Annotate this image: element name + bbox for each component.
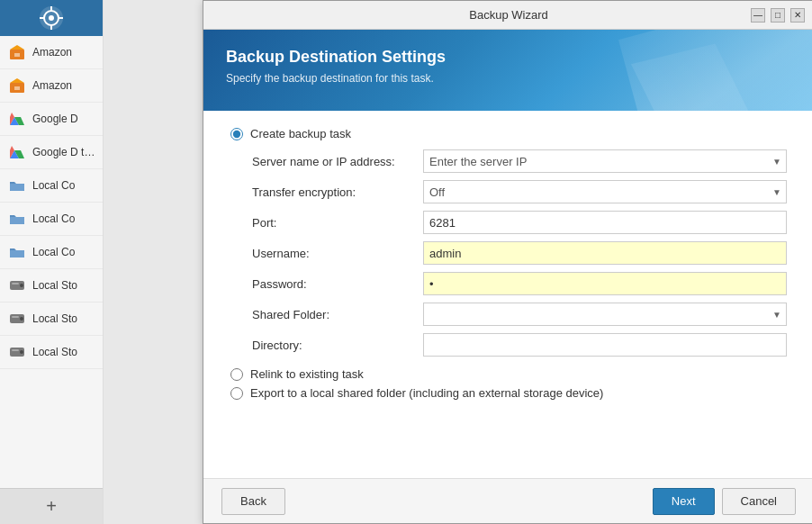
directory-input[interactable] bbox=[423, 333, 787, 357]
radio-relink[interactable]: Relink to existing task bbox=[230, 367, 787, 381]
modal-footer: Back Next Cancel bbox=[203, 478, 812, 523]
svg-rect-27 bbox=[12, 316, 19, 318]
svg-rect-12 bbox=[14, 86, 20, 90]
svg-marker-11 bbox=[10, 78, 24, 83]
svg-rect-22 bbox=[10, 250, 24, 257]
modal-header-band: Backup Destination Settings Specify the … bbox=[203, 30, 812, 111]
form-grid: Server name or IP address: Enter the ser… bbox=[252, 149, 787, 357]
modal-body: Create backup task Server name or IP add… bbox=[203, 111, 812, 478]
svg-rect-21 bbox=[10, 217, 24, 224]
svg-point-25 bbox=[20, 284, 23, 287]
svg-point-2 bbox=[49, 15, 54, 21]
username-input[interactable] bbox=[423, 241, 787, 265]
footer-left: Back bbox=[221, 488, 285, 515]
radio-relink-input[interactable] bbox=[230, 368, 243, 381]
sidebar-item-amazon2[interactable]: Amazon bbox=[0, 69, 103, 103]
port-label: Port: bbox=[252, 211, 414, 234]
transfer-encryption-select[interactable]: Off AES-128 AES-256 bbox=[423, 180, 787, 203]
radio-export[interactable]: Export to a local shared folder (includi… bbox=[230, 386, 787, 400]
sidebar-item-localsto3-label: Local Sto bbox=[32, 346, 77, 358]
password-wrap bbox=[423, 272, 787, 295]
sidebar-item-amazon1-label: Amazon bbox=[32, 46, 72, 59]
svg-rect-9 bbox=[14, 53, 20, 57]
hdd-icon bbox=[7, 342, 27, 362]
username-wrap bbox=[423, 241, 787, 265]
close-button[interactable]: ✕ bbox=[790, 8, 805, 23]
drive-icon bbox=[7, 142, 27, 162]
modal-header-subtitle: Specify the backup destination for this … bbox=[226, 72, 791, 85]
server-name-select[interactable]: Enter the server IP bbox=[423, 149, 787, 173]
transfer-encryption-select-wrap: Off AES-128 AES-256 ▼ bbox=[423, 180, 787, 203]
folder-icon bbox=[7, 209, 27, 229]
sidebar-item-localco3-label: Local Co bbox=[32, 246, 75, 258]
port-input[interactable] bbox=[423, 211, 787, 234]
sidebar-item-localco2-label: Local Co bbox=[32, 212, 75, 225]
radio-relink-label: Relink to existing task bbox=[250, 367, 364, 381]
radio-export-label: Export to a local shared folder (includi… bbox=[250, 386, 603, 400]
sidebar-item-localco1[interactable]: Local Co bbox=[0, 169, 103, 203]
radio-section: Create backup task Server name or IP add… bbox=[230, 127, 787, 357]
password-label: Password: bbox=[252, 272, 414, 295]
svg-point-31 bbox=[20, 350, 23, 354]
sidebar-item-google1-label: Google D bbox=[32, 113, 78, 125]
shared-folder-label: Shared Folder: bbox=[252, 303, 414, 326]
plus-icon: + bbox=[46, 496, 57, 517]
modal-header-title: Backup Destination Settings bbox=[226, 48, 791, 67]
box-icon bbox=[7, 42, 27, 62]
password-input[interactable] bbox=[423, 272, 787, 295]
transfer-encryption-label: Transfer encryption: bbox=[252, 180, 414, 203]
sidebar-header bbox=[0, 0, 103, 36]
username-label: Username: bbox=[252, 241, 414, 265]
modal-title: Backup Wizard bbox=[266, 8, 751, 22]
server-name-label: Server name or IP address: bbox=[252, 149, 414, 173]
drive-icon bbox=[7, 109, 27, 129]
svg-rect-20 bbox=[10, 184, 24, 191]
modal-titlebar: Backup Wizard — □ ✕ bbox=[203, 1, 812, 30]
sidebar-item-google1[interactable]: Google D bbox=[0, 103, 103, 136]
sidebar-item-amazon2-label: Amazon bbox=[32, 79, 72, 92]
radio-create-task-label: Create backup task bbox=[250, 127, 351, 140]
box-icon bbox=[7, 76, 27, 95]
svg-rect-24 bbox=[12, 283, 19, 285]
sidebar-item-localsto3[interactable]: Local Sto bbox=[0, 336, 103, 369]
hdd-icon bbox=[7, 276, 27, 295]
shared-folder-wrap: ▼ bbox=[423, 303, 787, 326]
server-name-select-wrap: Enter the server IP ▼ bbox=[423, 149, 787, 173]
sidebar-item-amazon1[interactable]: Amazon bbox=[0, 36, 103, 69]
port-wrap bbox=[423, 211, 787, 234]
cancel-button[interactable]: Cancel bbox=[722, 488, 796, 515]
shared-folder-select[interactable] bbox=[423, 303, 787, 326]
minimize-button[interactable]: — bbox=[751, 8, 765, 23]
svg-point-28 bbox=[20, 317, 23, 321]
backup-wizard-modal: Backup Wizard — □ ✕ Backup Destination S… bbox=[203, 0, 812, 524]
sidebar-item-localco1-label: Local Co bbox=[32, 179, 75, 192]
next-button[interactable]: Next bbox=[653, 488, 715, 515]
sidebar-item-localsto1[interactable]: Local Sto bbox=[0, 269, 103, 303]
hdd-icon bbox=[7, 309, 27, 329]
sidebar-item-localsto2-label: Local Sto bbox=[32, 312, 77, 325]
svg-rect-30 bbox=[12, 349, 19, 351]
sidebar-item-localco3[interactable]: Local Co bbox=[0, 236, 103, 269]
maximize-button[interactable]: □ bbox=[771, 8, 785, 23]
sidebar-item-localsto1-label: Local Sto bbox=[32, 279, 77, 292]
sidebar-item-google2-label: Google D test bbox=[32, 146, 95, 158]
sidebar-item-localco2[interactable]: Local Co bbox=[0, 203, 103, 236]
folder-icon bbox=[7, 242, 27, 262]
sidebar: Amazon Amazon Google D bbox=[0, 0, 104, 524]
sidebar-item-google2[interactable]: Google D test bbox=[0, 136, 103, 169]
transfer-encryption-wrap: Off AES-128 AES-256 ▼ bbox=[423, 180, 787, 203]
shared-folder-select-wrap: ▼ bbox=[423, 303, 787, 326]
main-area: scheduled ... Backup Wizard — □ ✕ Backup… bbox=[104, 0, 812, 524]
footer-right: Next Cancel bbox=[653, 488, 796, 515]
sidebar-item-localsto2[interactable]: Local Sto bbox=[0, 303, 103, 336]
directory-wrap bbox=[423, 333, 787, 357]
radio-create-task[interactable]: Create backup task bbox=[230, 127, 787, 140]
directory-label: Directory: bbox=[252, 333, 414, 357]
add-button[interactable]: + bbox=[0, 488, 103, 524]
back-button[interactable]: Back bbox=[221, 488, 285, 515]
folder-icon bbox=[7, 176, 27, 195]
radio-export-input[interactable] bbox=[230, 387, 243, 400]
server-name-wrap: Enter the server IP ▼ bbox=[423, 149, 787, 173]
svg-marker-8 bbox=[10, 45, 24, 50]
radio-create-task-input[interactable] bbox=[230, 128, 243, 140]
